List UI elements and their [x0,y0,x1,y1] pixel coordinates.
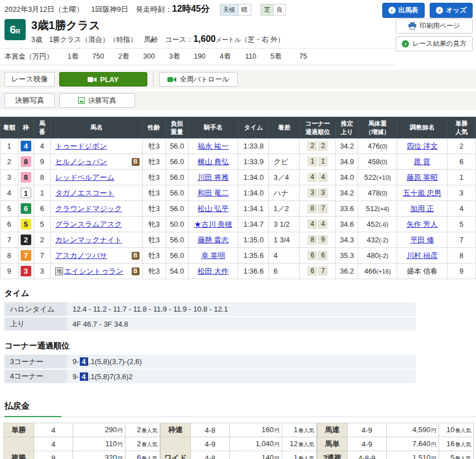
lap-time-value: 12.4 - 11.2 - 11.7 - 11.8 - 11.9 - 11.9 … [67,302,416,317]
last-furlongs-label: 上り [4,317,67,331]
surface-chip: 芝良 [261,4,286,16]
popularity-suffix: 番人気 [455,455,472,459]
jockey-link[interactable]: 松山 弘平 [198,204,229,213]
trainer-link[interactable]: 川村 禎彦 [407,251,438,260]
patrol-video-button[interactable]: 全周パトロール [159,72,238,87]
table-row: ハロンタイム 12.4 - 11.2 - 11.7 - 11.8 - 11.9 … [4,302,416,317]
horse-link[interactable]: レッドベルアーム [55,173,114,181]
payout-amount-value: 140 [262,453,274,459]
header-line: 馬 [35,119,50,127]
sex-age-cell: 牡3 [142,138,166,154]
payout-amount-value: 320 [105,453,117,459]
payout-row: 枠連4-8160円1番人気 [161,423,317,437]
horse-link[interactable]: タガノエスコート [55,189,114,197]
payout-table: 単勝4290円2番人気複勝4110円2番人気9320円6番人気8100円1番人気 [3,423,160,459]
finish-photo-button[interactable]: 決勝写真 [59,93,135,108]
trainer-link[interactable]: 加用 正 [410,204,434,213]
print-button[interactable]: 印刷用ページ [396,18,473,34]
header-line: 負担 [167,119,187,127]
rank-cell: 2 [1,154,18,170]
payout-amount-value: 7,640 [412,439,431,448]
payout-row: 複勝4110円2番人気 [4,437,160,451]
horse-link[interactable]: ヒルノショパン [55,157,107,166]
sex-age-cell: 牡3 [142,232,166,248]
jockey-link[interactable]: 松田 大作 [198,267,229,275]
lap-time-label: ハロンタイム [4,302,67,317]
trainer-link[interactable]: 四位 洋文 [407,142,438,150]
jockey-link[interactable]: 横山 典弘 [198,157,229,166]
guide-button[interactable]: › レース結果の見方 [396,36,473,51]
jockey-link[interactable]: 和田 竜二 [198,189,229,197]
entries-button[interactable]: ›出馬表 [382,3,425,18]
results-body: 144トゥードジボン牡356.0福永 祐一1:33.82234.2476(0)四… [1,138,476,279]
popularity-value: 2 [137,439,141,448]
jockey-link[interactable]: 福永 祐一 [198,142,229,150]
media-section: レース映像 PLAY 全周パトロール 決勝写真 決勝写真 [0,70,476,110]
results-header-cell: タイム [238,117,269,138]
surface-label: 芝 [261,4,273,16]
horse-weight-diff: (0) [380,159,387,165]
trainer-link[interactable]: 平田 修 [410,236,434,244]
popularity-value: 6 [137,453,141,459]
win-popularity-cell: 7 [447,232,475,248]
corner-position: 1 [307,157,317,166]
bet-type-label: 3連複 [318,451,348,459]
weather-label: 天候 [220,4,238,16]
jockey-link[interactable]: 藤懸 貴志 [198,236,229,244]
horse-link[interactable]: アスカノツバサ [55,251,107,260]
jockey-link[interactable]: 川田 将雅 [198,173,229,181]
trainer-cell: 矢作 芳人 [397,217,448,232]
popularity-suffix: 番人気 [142,455,158,459]
time-cell: 1:34.0 [238,185,269,201]
jockey-cell: 松田 大作 [188,264,238,279]
popularity-suffix: 番人気 [455,441,472,447]
payout-amount-value: 110 [105,439,117,448]
corner3-label: 3コーナー [4,355,67,369]
horse-name-cell: カレンマックナイト [50,232,142,248]
trainer-link[interactable]: 五十嵐 忠男 [403,189,441,197]
finish-photo-label: 決勝写真 [4,93,55,108]
payout-section-title: 払戻金 [4,401,472,412]
trainer-link[interactable]: 藤原 英昭 [407,173,438,181]
waku-cell: 7 [18,248,33,264]
arrow-circle-icon: › [388,7,396,14]
header-line: コーナー [300,119,335,127]
jockey-link[interactable]: ★古川 奈穂 [194,220,233,228]
trainer-link[interactable]: 矢作 芳人 [407,220,438,228]
trainer-link[interactable]: 昆 貢 [414,157,431,166]
jockey-cell: 川田 将雅 [188,170,238,185]
jockey-cell: ★古川 奈穂 [188,217,238,232]
table-row: 144トゥードジボン牡356.0福永 祐一1:33.82234.2476(0)四… [1,138,476,154]
header-line: 番 [35,128,50,136]
payout-amount: 1,040円 [230,437,282,451]
jockey-link[interactable]: 幸 英明 [201,251,225,260]
time-cell: 1:35.0 [238,232,269,248]
waku-cell: 8 [18,154,33,170]
race-header-section: 2022年3月12日（土曜） 1回阪神9日 発走時刻：12時45分 天候晴 芝良… [0,0,476,65]
odds-button-label: オッズ [446,6,467,15]
horse-link[interactable]: クラウンドマジック [55,204,122,213]
divider [153,72,153,87]
popularity-suffix: 番人気 [455,427,472,433]
horse-link[interactable]: トゥードジボン [55,142,107,150]
horse-link[interactable]: エイシントゥラン [64,267,123,275]
corner-order-cell: 22 [300,138,336,154]
arrow-circle-icon: › [436,7,443,14]
payout-combination: 4-8 [191,451,230,459]
table-row: 388レッドベルアーム牡356.0川田 将雅1:34.03／44434.0522… [1,170,476,185]
horse-link[interactable]: カレンマックナイト [55,236,122,244]
corner-position: 6 [307,251,317,260]
jockey-cell: 幸 英明 [188,248,238,264]
course-label: コース： [165,36,194,44]
top-nav-buttons: ›出馬表 ›オッズ [379,3,473,18]
horse-weight-cell: 432(-2) [358,232,397,248]
time-cell: 1:34.0 [238,170,269,185]
race-number-badge: 6R [4,19,26,40]
last3f-cell: 34.0 [336,170,358,185]
play-button[interactable]: PLAY [59,72,147,87]
table-row: 4コーナー 9-4,1(5,8)7(3,6)2 [4,369,416,384]
popularity-suffix: 番人気 [299,441,315,447]
horse-link[interactable]: グランスラムアスク [55,220,122,228]
payout-popularity: 6番人気 [126,451,160,459]
odds-button[interactable]: ›オッズ [430,3,473,18]
